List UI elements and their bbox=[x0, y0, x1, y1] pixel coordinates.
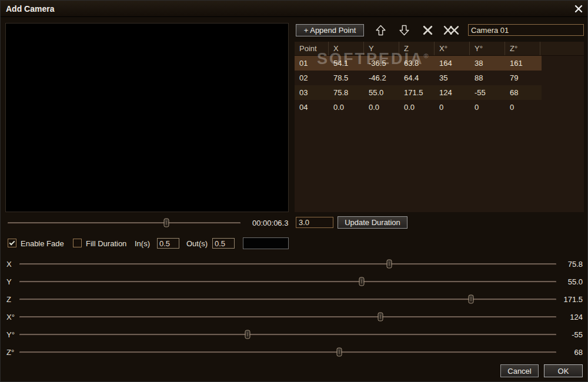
delete-all-icon bbox=[443, 25, 459, 36]
cell-z-deg: 79 bbox=[505, 73, 540, 82]
cell-z: 64.4 bbox=[399, 73, 435, 82]
z-slider-handle[interactable] bbox=[468, 295, 473, 304]
cell-z: 0.0 bbox=[399, 103, 435, 112]
append-point-button[interactable]: + Append Point bbox=[296, 24, 364, 36]
slider-row-x: X 75.8 bbox=[1, 256, 588, 273]
camera-preview[interactable] bbox=[5, 23, 289, 212]
slider-label: Y° bbox=[6, 330, 15, 339]
append-point-label: + Append Point bbox=[304, 26, 356, 35]
delete-all-points-button[interactable] bbox=[442, 23, 460, 37]
cell-point: 01 bbox=[295, 59, 329, 68]
cell-point: 04 bbox=[295, 103, 329, 112]
header-point[interactable]: Point bbox=[295, 42, 329, 55]
fade-in-label: In(s) bbox=[135, 239, 150, 248]
header-x[interactable]: X bbox=[329, 42, 364, 55]
table-row[interactable]: 02 78.5 -46.2 64.4 35 88 79 bbox=[295, 71, 542, 85]
cell-y: 55.0 bbox=[364, 88, 399, 97]
cell-y-deg: 38 bbox=[470, 59, 505, 68]
arrow-down-icon bbox=[399, 25, 410, 36]
cell-z-deg: 0 bbox=[505, 103, 540, 112]
cell-z-deg: 161 bbox=[505, 59, 540, 68]
cell-point: 03 bbox=[295, 88, 329, 97]
slider-row-y-deg: Y° -55 bbox=[1, 326, 588, 344]
cell-x-deg: 35 bbox=[435, 73, 470, 82]
fade-color-swatch[interactable] bbox=[243, 237, 289, 249]
cell-y-deg: -55 bbox=[470, 88, 505, 97]
fade-out-input[interactable] bbox=[212, 238, 235, 249]
slider-value: 55.0 bbox=[553, 277, 583, 286]
x-slider[interactable] bbox=[19, 263, 556, 265]
cancel-button[interactable]: Cancel bbox=[500, 364, 539, 377]
slider-value: -55 bbox=[553, 330, 583, 339]
cell-z: 171.5 bbox=[399, 88, 435, 97]
slider-row-x-deg: X° 124 bbox=[1, 309, 588, 326]
fade-in-input[interactable] bbox=[157, 238, 179, 249]
slider-value: 68 bbox=[553, 348, 583, 357]
close-icon[interactable] bbox=[574, 5, 583, 13]
slider-row-z: Z 171.5 bbox=[1, 291, 588, 309]
z-slider[interactable] bbox=[19, 299, 556, 300]
timeline-slider[interactable] bbox=[8, 222, 240, 224]
slider-label: Z bbox=[6, 295, 11, 304]
check-icon bbox=[9, 240, 15, 246]
fill-duration-label: Fill Duration bbox=[86, 239, 126, 248]
fade-out-label: Out(s) bbox=[186, 239, 208, 248]
cell-x-deg: 0 bbox=[435, 103, 470, 112]
table-row[interactable]: 01 54.1 -36.5 63.8 164 38 161 bbox=[295, 56, 542, 71]
header-y[interactable]: Y bbox=[364, 42, 399, 55]
move-down-button[interactable] bbox=[396, 23, 412, 37]
cell-x: 54.1 bbox=[329, 59, 364, 68]
slider-row-y: Y 55.0 bbox=[1, 273, 588, 291]
slider-value: 75.8 bbox=[553, 260, 583, 269]
cell-z-deg: 68 bbox=[505, 88, 540, 97]
slider-value: 124 bbox=[553, 313, 583, 321]
cell-y: -36.5 bbox=[364, 59, 399, 68]
cell-y-deg: 0 bbox=[470, 103, 505, 112]
header-z[interactable]: Z bbox=[399, 42, 435, 55]
cell-x: 75.8 bbox=[329, 88, 364, 97]
points-table-header: Point X Y Z X° Y° Z° bbox=[295, 42, 584, 56]
ok-label: OK bbox=[558, 367, 569, 376]
title-bar: Add Camera bbox=[1, 1, 587, 17]
table-row[interactable]: 04 0.0 0.0 0.0 0 0 0 bbox=[295, 100, 542, 115]
arrow-up-icon bbox=[375, 25, 386, 36]
header-y-deg[interactable]: Y° bbox=[470, 42, 505, 55]
dialog-title: Add Camera bbox=[6, 4, 54, 14]
slider-label: X bbox=[6, 260, 12, 269]
header-z-deg[interactable]: Z° bbox=[505, 42, 540, 55]
cell-y: -46.2 bbox=[364, 73, 399, 82]
cell-x-deg: 124 bbox=[435, 88, 470, 97]
cell-x: 78.5 bbox=[329, 73, 364, 82]
update-duration-button[interactable]: Update Duration bbox=[338, 216, 407, 229]
delete-point-button[interactable] bbox=[420, 23, 435, 37]
cell-x-deg: 164 bbox=[435, 59, 470, 68]
cell-y-deg: 88 bbox=[470, 73, 505, 82]
x-slider-handle[interactable] bbox=[387, 260, 392, 269]
timeline-slider-handle[interactable] bbox=[164, 219, 169, 227]
timeline-time: 00:00:06.3 bbox=[252, 219, 288, 227]
move-up-button[interactable] bbox=[373, 23, 388, 37]
z-rotation-slider-handle[interactable] bbox=[337, 348, 342, 357]
add-camera-dialog: Add Camera 00:00:06.3 Enable Fade Fill D… bbox=[0, 0, 588, 382]
fill-duration-checkbox[interactable] bbox=[73, 239, 82, 247]
y-rotation-slider-handle[interactable] bbox=[245, 330, 250, 339]
slider-label: X° bbox=[6, 313, 15, 321]
slider-row-z-deg: Z° 68 bbox=[1, 344, 588, 361]
header-x-deg[interactable]: X° bbox=[435, 42, 470, 55]
cell-y: 0.0 bbox=[364, 103, 399, 112]
cancel-label: Cancel bbox=[507, 367, 531, 376]
y-slider[interactable] bbox=[19, 281, 556, 283]
points-table: Point X Y Z X° Y° Z° 01 54.1 -36.5 63.8 … bbox=[295, 42, 584, 212]
x-rotation-slider[interactable] bbox=[19, 316, 556, 318]
z-rotation-slider[interactable] bbox=[19, 351, 556, 353]
x-rotation-slider-handle[interactable] bbox=[377, 313, 383, 321]
slider-label: Y bbox=[6, 277, 12, 286]
camera-name-input[interactable] bbox=[468, 24, 584, 36]
enable-fade-checkbox[interactable] bbox=[8, 239, 16, 247]
ok-button[interactable]: OK bbox=[544, 364, 583, 377]
y-slider-handle[interactable] bbox=[359, 277, 364, 286]
duration-input[interactable] bbox=[296, 217, 333, 228]
fade-controls: Enable Fade Fill Duration In(s) Out(s) bbox=[1, 236, 588, 251]
y-rotation-slider[interactable] bbox=[19, 334, 556, 336]
table-row[interactable]: 03 75.8 55.0 171.5 124 -55 68 bbox=[295, 85, 542, 100]
